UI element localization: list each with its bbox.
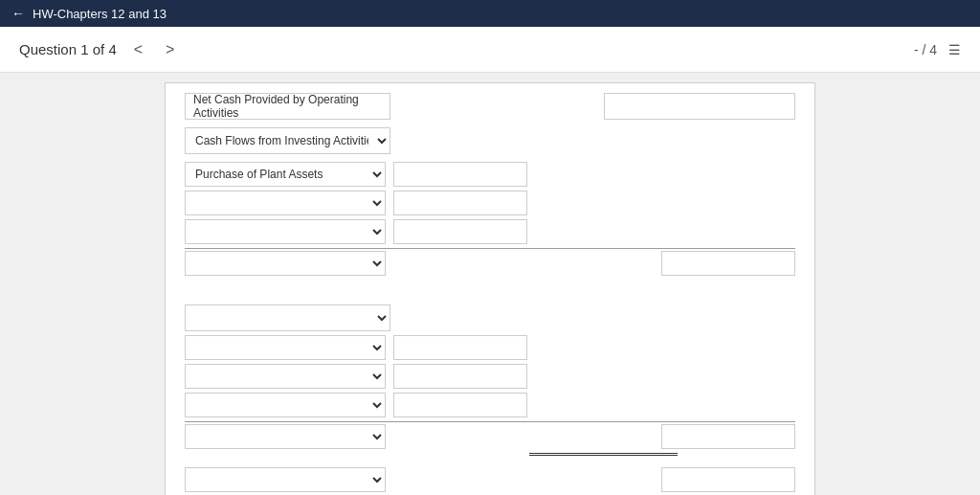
section2-total-select[interactable] [185, 424, 386, 449]
section1-line2 [185, 191, 795, 215]
section2-line2 [185, 364, 795, 389]
prev-question-button[interactable]: < [128, 39, 148, 60]
net-cash-spacer [604, 93, 795, 120]
list-icon[interactable]: ☰ [948, 42, 961, 57]
section1-total-row [185, 248, 795, 276]
section2-select[interactable] [185, 304, 390, 331]
section1-line2-input[interactable] [393, 191, 527, 215]
main-content: Net Cash Provided by Operating Activitie… [0, 73, 980, 495]
section3-line1 [185, 467, 795, 492]
section2-line1-select[interactable] [185, 335, 386, 360]
section1-line1-input[interactable] [393, 162, 527, 187]
section1-total-select[interactable] [185, 251, 386, 276]
section2-line3 [185, 393, 795, 417]
section1-line2-select[interactable] [185, 191, 386, 215]
net-cash-label: Net Cash Provided by Operating Activitie… [185, 93, 390, 120]
section1-line1-select[interactable]: Purchase of Plant Assets [185, 162, 386, 187]
score-label: - / 4 [914, 42, 937, 57]
section2-line2-select[interactable] [185, 364, 386, 389]
section1-select[interactable]: Cash Flows from Investing Activities [185, 127, 390, 154]
section2-line2-input[interactable] [393, 364, 527, 389]
section1-line3-select[interactable] [185, 219, 386, 244]
worksheet: Net Cash Provided by Operating Activitie… [165, 82, 815, 495]
top-bar: ← HW-Chapters 12 and 13 [0, 0, 980, 27]
section1-header: Cash Flows from Investing Activities [185, 127, 795, 154]
section1-line3 [185, 219, 795, 244]
next-question-button[interactable]: > [160, 39, 180, 60]
question-bar-right: - / 4 ☰ [914, 42, 961, 57]
section1-line1: Purchase of Plant Assets [185, 162, 795, 187]
question-bar: Question 1 of 4 < > - / 4 ☰ [0, 27, 980, 73]
section1-line3-input[interactable] [393, 219, 527, 244]
net-cash-row: Net Cash Provided by Operating Activitie… [185, 93, 795, 120]
section3-line1-select[interactable] [185, 467, 386, 492]
top-bar-title: HW-Chapters 12 and 13 [33, 7, 167, 21]
section2-total-input[interactable] [661, 424, 795, 449]
section3-line1-input[interactable] [661, 467, 795, 492]
section2-header [185, 304, 795, 331]
section2-line1 [185, 335, 795, 360]
back-arrow-icon[interactable]: ← [11, 6, 25, 21]
section2-total-row [185, 421, 795, 449]
section1-total-input[interactable] [661, 251, 795, 276]
question-bar-left: Question 1 of 4 < > [19, 39, 180, 60]
section2-line3-select[interactable] [185, 393, 386, 417]
question-label: Question 1 of 4 [19, 41, 117, 57]
section2-line3-input[interactable] [393, 393, 527, 417]
section2-line1-input[interactable] [393, 335, 527, 360]
